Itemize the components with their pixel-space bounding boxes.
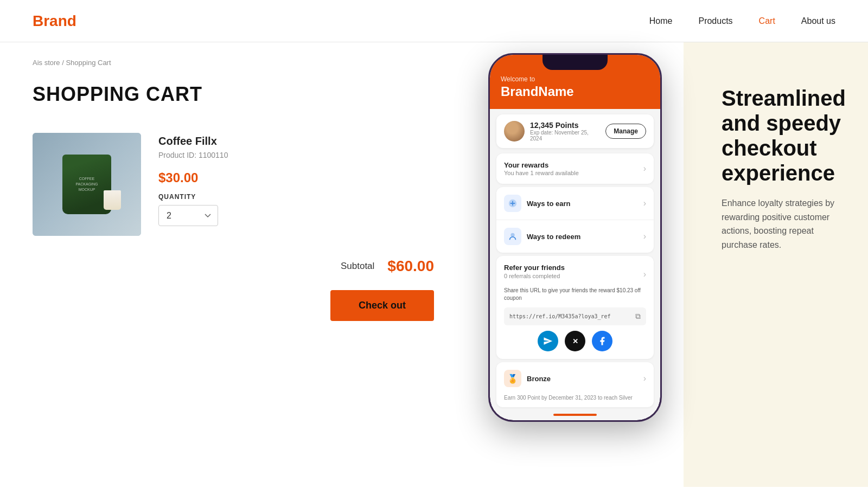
nav-links: Home Products Cart About us: [649, 16, 835, 26]
bronze-chevron-icon: ›: [643, 374, 646, 383]
page-title: SHOPPING CART: [33, 83, 434, 106]
nav-home[interactable]: Home: [649, 16, 673, 26]
phone-user-row: 12,345 Points Exp date: November 25, 202…: [496, 114, 654, 148]
phone-screen: Welcome to BrandName 12,345 Points Exp d…: [490, 55, 660, 420]
rewards-row[interactable]: Your rewards You have 1 reward available…: [496, 153, 654, 184]
nav-products[interactable]: Products: [698, 16, 732, 26]
product-cup: [104, 190, 121, 210]
user-points: 12,345 Points Exp date: November 25, 202…: [530, 121, 600, 142]
social-row: ✕: [504, 331, 646, 351]
breadcrumb-current: Shopping Cart: [66, 59, 111, 67]
nav-about[interactable]: About us: [801, 16, 835, 26]
cart-item-details: Coffee Fillx Product ID: 1100110 $30.00 …: [158, 133, 434, 236]
ways-redeem-icon: [504, 228, 521, 245]
facebook-button[interactable]: [592, 331, 612, 351]
referral-title: Refer your friends: [504, 264, 643, 272]
rewards-title: Your rewards: [504, 161, 643, 169]
item-product-id: Product ID: 1100110: [158, 151, 434, 159]
quantity-label: QUANTITY: [158, 193, 434, 201]
bronze-section: 🏅 Bronze › Earn 300 Point by December 31…: [496, 362, 654, 407]
item-price: $30.00: [158, 170, 434, 185]
referral-desc: Share this URL to give your friends the …: [504, 287, 646, 302]
right-content: Streamlined and speedy checkout experien…: [722, 86, 846, 252]
checkout-wrapper: Check out: [33, 281, 434, 321]
ways-section: Ways to earn › Ways to redeem: [496, 187, 654, 253]
left-panel: Ais store / Shopping Cart SHOPPING CART …: [0, 42, 467, 487]
checkout-button[interactable]: Check out: [330, 290, 434, 321]
phone-panel: Welcome to BrandName 12,345 Points Exp d…: [467, 42, 684, 487]
ways-earn-row[interactable]: Ways to earn ›: [496, 187, 654, 220]
brand-logo[interactable]: Brand: [33, 12, 76, 30]
phone-mockup: Welcome to BrandName 12,345 Points Exp d…: [488, 53, 662, 422]
phone-home-bar: [553, 414, 597, 416]
referral-link-row: https://ref.io/M3435a?loya3_ref ⧉: [504, 307, 646, 325]
ways-redeem-chevron-icon: ›: [643, 232, 646, 241]
ways-earn-title: Ways to earn: [527, 200, 643, 208]
rewards-subtitle: You have 1 reward available: [504, 170, 643, 176]
main-layout: Ais store / Shopping Cart SHOPPING CART …: [0, 42, 868, 487]
points-expiry: Exp date: November 25, 2024: [530, 130, 600, 142]
breadcrumb-separator: /: [62, 59, 64, 67]
subtotal-label: Subtotal: [341, 261, 374, 272]
ways-redeem-title: Ways to redeem: [527, 233, 643, 241]
rewards-section: Your rewards You have 1 reward available…: [496, 153, 654, 184]
navbar: Brand Home Products Cart About us: [0, 0, 868, 42]
user-avatar: [504, 121, 525, 142]
item-name: Coffee Fillx: [158, 135, 434, 147]
right-panel: Streamlined and speedy checkout experien…: [684, 42, 868, 487]
ways-earn-chevron-icon: ›: [643, 198, 646, 208]
svg-point-1: [510, 233, 514, 237]
referral-chevron-icon: ›: [643, 269, 646, 279]
twitter-icon: ✕: [572, 337, 578, 345]
bronze-icon: 🏅: [504, 370, 521, 387]
product-visual: [33, 133, 141, 236]
referral-section: Refer your friends 0 referrals completed…: [496, 256, 654, 359]
bronze-title: Bronze: [527, 375, 643, 383]
referral-link: https://ref.io/M3435a?loya3_ref: [509, 313, 635, 319]
twitter-button[interactable]: ✕: [565, 331, 585, 351]
cart-summary: Subtotal $60.00: [33, 258, 434, 275]
copy-icon[interactable]: ⧉: [635, 312, 641, 321]
manage-button[interactable]: Manage: [605, 124, 646, 139]
ways-redeem-row[interactable]: Ways to redeem ›: [496, 220, 654, 253]
product-image: [33, 133, 141, 236]
points-value: 12,345 Points: [530, 121, 600, 130]
rewards-chevron-icon: ›: [643, 164, 646, 174]
ways-earn-icon: [504, 195, 521, 212]
telegram-button[interactable]: [538, 331, 558, 351]
nav-cart[interactable]: Cart: [759, 16, 775, 26]
breadcrumb-store: Ais store: [33, 59, 60, 67]
bronze-subtitle: Earn 300 Point by December 31, 2023 to r…: [496, 395, 654, 407]
quantity-select[interactable]: 1 2 3 4: [158, 205, 218, 226]
avatar-image: [504, 121, 525, 142]
breadcrumb: Ais store / Shopping Cart: [33, 59, 434, 67]
rewards-text: Your rewards You have 1 reward available: [504, 161, 643, 176]
subtotal-price: $60.00: [387, 258, 434, 275]
ways-earn-text: Ways to earn: [527, 200, 643, 208]
ways-redeem-text: Ways to redeem: [527, 233, 643, 241]
referral-subtitle: 0 referrals completed: [504, 273, 643, 279]
right-desc: Enhance loyalty strategies by rewarding …: [722, 196, 846, 252]
phone-notch: [542, 55, 608, 70]
cart-item: Coffee Fillx Product ID: 1100110 $30.00 …: [33, 133, 434, 236]
phone-welcome: Welcome to: [501, 75, 649, 83]
right-title: Streamlined and speedy checkout experien…: [722, 86, 846, 185]
bronze-row[interactable]: 🏅 Bronze ›: [496, 362, 654, 395]
phone-brand-name: BrandName: [501, 84, 649, 99]
